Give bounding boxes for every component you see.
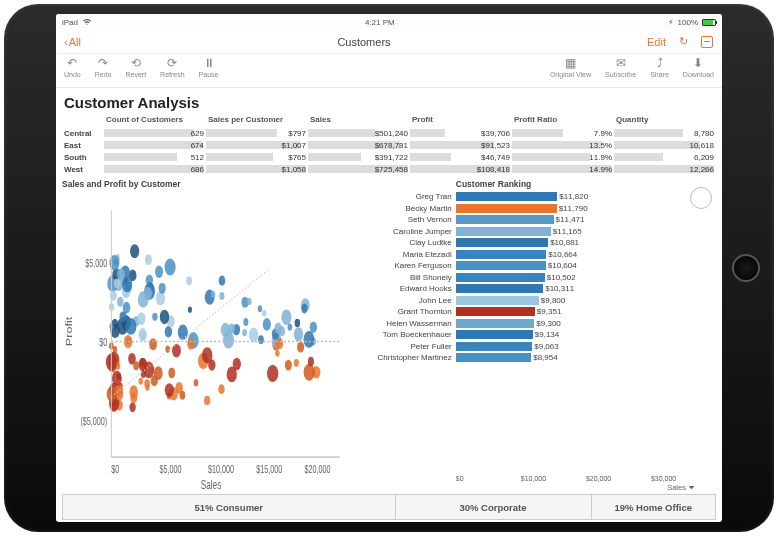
page-title: Customer Analysis [64, 94, 716, 111]
sales-filter-label[interactable]: Sales ⏷ [356, 482, 716, 492]
region-label: West [62, 163, 104, 175]
svg-point-68 [262, 310, 266, 317]
svg-point-12 [297, 342, 304, 353]
rank-row[interactable]: Karen Ferguson $10,604 [356, 260, 716, 272]
svg-point-1 [168, 367, 175, 378]
toolbar-pause[interactable]: ⏸Pause [199, 56, 219, 87]
metric-cell[interactable]: 8,780 [614, 127, 716, 139]
rank-name: Greg Tran [356, 192, 456, 201]
metric-cell[interactable]: 512 [104, 151, 206, 163]
rank-name: Tom Boeckenhauer [356, 330, 456, 339]
toolbar-refresh[interactable]: ⟳Refresh [160, 56, 185, 87]
toolbar-share[interactable]: ⤴︎Share [650, 56, 669, 87]
metric-cell[interactable]: 7.9% [512, 127, 614, 139]
home-button[interactable] [732, 254, 760, 282]
metric-cell[interactable]: $108,418 [410, 163, 512, 175]
metric-cell[interactable]: 10,618 [614, 139, 716, 151]
metric-cell[interactable]: $1,058 [206, 163, 308, 175]
metric-cell[interactable]: 686 [104, 163, 206, 175]
segment[interactable]: 19% Home Office [591, 494, 717, 520]
rank-row[interactable]: Maria Etezadi $10,664 [356, 249, 716, 261]
rank-name: Grant Thornton [356, 307, 456, 316]
svg-text:$20,000: $20,000 [305, 463, 331, 475]
rank-row[interactable]: Grant Thornton $9,351 [356, 306, 716, 318]
toolbar-undo[interactable]: ↶Undo [64, 56, 81, 87]
svg-point-108 [139, 378, 144, 385]
svg-point-103 [249, 328, 258, 343]
metric-cell[interactable]: 11.9% [512, 151, 614, 163]
toolbar: ↶Undo↷Redo⟲Revert⟳Refresh⏸Pause ▦Origina… [56, 54, 722, 88]
svg-point-71 [218, 384, 224, 394]
rank-row[interactable]: Christopher Martinez $8,954 [356, 352, 716, 364]
scatter-chart[interactable]: Sales and Profit by Customer Profit $5,0… [62, 179, 350, 492]
metric-cell[interactable]: $39,706 [410, 127, 512, 139]
region-label: Central [62, 127, 104, 139]
metric-cell[interactable]: $725,458 [308, 163, 410, 175]
rank-name: Caroline Jumper [356, 227, 456, 236]
region-label: South [62, 151, 104, 163]
svg-point-128 [151, 375, 158, 386]
edit-button[interactable]: Edit [647, 36, 666, 48]
rank-row[interactable]: Tom Boeckenhauer $9,134 [356, 329, 716, 341]
rank-row[interactable]: Caroline Jumper $11,165 [356, 226, 716, 238]
metric-cell[interactable]: $678,781 [308, 139, 410, 151]
revert-icon: ⟲ [131, 56, 141, 70]
segment[interactable]: 51% Consumer [62, 494, 396, 520]
toolbar-revert[interactable]: ⟲Revert [125, 56, 146, 87]
metric-cell[interactable]: 674 [104, 139, 206, 151]
svg-point-116 [304, 364, 315, 381]
svg-point-122 [119, 311, 126, 322]
rank-row[interactable]: Seth Vernon $11,471 [356, 214, 716, 226]
rank-name: Seth Vernon [356, 215, 456, 224]
ranking-chart[interactable]: Customer Ranking Greg Tran $11,820 Becky… [356, 179, 716, 492]
segment[interactable]: 30% Corporate [395, 494, 592, 520]
svg-text:$5,000: $5,000 [85, 258, 107, 270]
svg-point-56 [178, 324, 188, 340]
rank-row[interactable]: Helen Wasserman $9,300 [356, 318, 716, 330]
metric-cell[interactable]: 14.9% [512, 163, 614, 175]
slider-handle[interactable] [690, 187, 712, 209]
svg-point-78 [159, 283, 166, 294]
svg-point-70 [130, 244, 139, 258]
chevron-left-icon: ‹ [64, 36, 68, 48]
metric-cell[interactable]: 13.5% [512, 139, 614, 151]
toolbar-redo[interactable]: ↷Redo [95, 56, 112, 87]
rank-row[interactable]: Becky Martin $11,790 [356, 203, 716, 215]
download-icon: ⬇︎ [693, 56, 703, 70]
svg-point-85 [145, 254, 152, 265]
segment-bar: 51% Consumer30% Corporate19% Home Office [62, 494, 716, 520]
rank-name: Clay Ludtke [356, 238, 456, 247]
toolbar-original-view[interactable]: ▦Original View [550, 56, 591, 87]
svg-point-90 [122, 277, 132, 293]
rank-row[interactable]: Peter Fuller $9,063 [356, 341, 716, 353]
rank-row[interactable]: John Lee $9,800 [356, 295, 716, 307]
metric-cell[interactable]: $765 [206, 151, 308, 163]
rank-row[interactable]: Clay Ludtke $10,881 [356, 237, 716, 249]
metric-cell[interactable]: $797 [206, 127, 308, 139]
rank-row[interactable]: Bill Shonely $10,502 [356, 272, 716, 284]
metric-cell[interactable]: 629 [104, 127, 206, 139]
metric-cell[interactable]: $46,749 [410, 151, 512, 163]
view-box-icon[interactable] [700, 35, 714, 49]
back-button[interactable]: ‹ All [64, 36, 81, 48]
rank-row[interactable]: Edward Hooks $10,311 [356, 283, 716, 295]
svg-point-135 [219, 292, 224, 300]
svg-point-94 [194, 379, 199, 386]
metric-header: Profit Ratio [512, 115, 614, 127]
metric-cell[interactable]: $501,240 [308, 127, 410, 139]
svg-point-132 [211, 291, 215, 298]
refresh-icon[interactable]: ↻ [676, 35, 690, 49]
metric-cell[interactable]: $1,007 [206, 139, 308, 151]
metric-cell[interactable]: 12,266 [614, 163, 716, 175]
metric-cell[interactable]: 6,209 [614, 151, 716, 163]
original-view-icon: ▦ [565, 56, 576, 70]
metric-cell[interactable]: $391,722 [308, 151, 410, 163]
svg-point-35 [281, 309, 291, 325]
metric-cell[interactable]: $91,523 [410, 139, 512, 151]
toolbar-subscribe[interactable]: ✉︎Subscribe [605, 56, 636, 87]
toolbar-download[interactable]: ⬇︎Download [683, 56, 714, 87]
svg-point-104 [258, 305, 263, 312]
svg-point-87 [187, 338, 194, 349]
svg-point-130 [247, 298, 252, 305]
rank-row[interactable]: Greg Tran $11,820 [356, 191, 716, 203]
